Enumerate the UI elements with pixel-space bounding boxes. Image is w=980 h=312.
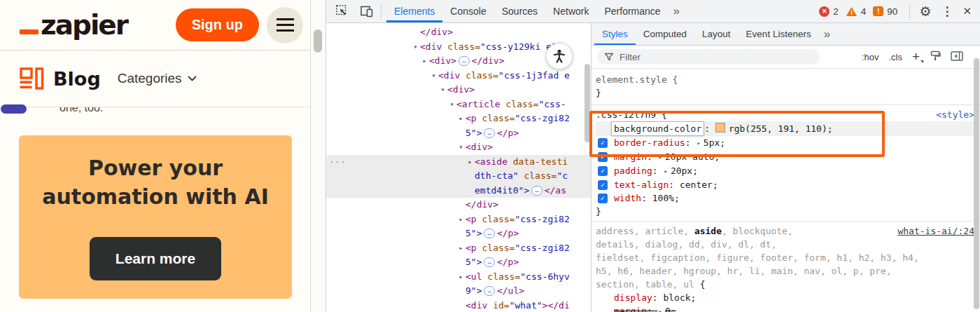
tab-elements[interactable]: Elements (386, 0, 442, 22)
inline-expand-ellipsis[interactable]: … (484, 257, 494, 267)
css-property-margin[interactable]: margin: ▸0; (596, 304, 974, 312)
tab-computed[interactable]: Computed (636, 23, 694, 45)
dom-tree-line[interactable]: 5">…</p> (326, 226, 591, 241)
categories-dropdown[interactable]: Categories (118, 71, 197, 86)
inline-expand-ellipsis[interactable]: … (531, 186, 542, 196)
shorthand-expand-icon[interactable]: ▸ (696, 140, 700, 147)
categories-label: Categories (118, 71, 182, 86)
more-tabs-icon[interactable]: » (668, 4, 685, 18)
toggle-class-button[interactable]: .cls (888, 52, 902, 62)
dom-tree-line[interactable]: 9">…</ul> (326, 284, 591, 299)
toggle-hover-button[interactable]: :hov (862, 52, 879, 62)
expand-arrow-open-icon[interactable]: ▾ (429, 69, 438, 83)
dom-tree-line[interactable]: 5">…</p> (326, 255, 591, 270)
error-badge-icon[interactable]: ✕ (819, 6, 830, 17)
device-toolbar-icon[interactable] (358, 2, 376, 20)
more-subtabs-icon[interactable]: » (819, 27, 835, 41)
property-name-edit-field[interactable]: background-color (611, 121, 704, 136)
property-enabled-checkbox[interactable]: ✓ (598, 194, 608, 203)
issues-badge-icon[interactable]: ! (873, 6, 883, 16)
expand-arrow-closed-icon[interactable]: ▸ (456, 111, 465, 126)
css-property-padding[interactable]: ✓padding: ▸20px; (596, 164, 974, 178)
tab-event-listeners[interactable]: Event Listeners (738, 23, 819, 45)
warning-badge-icon[interactable]: ! (846, 6, 858, 17)
tab-console[interactable]: Console (442, 0, 493, 22)
expand-arrow-closed-icon[interactable]: ▸ (456, 241, 465, 256)
dom-tree-line[interactable]: emtd4it0">…</as (326, 184, 591, 198)
banner-heading: Power your automation with AI (38, 154, 272, 211)
close-devtools-icon[interactable]: ✕ (962, 5, 972, 18)
property-enabled-checkbox[interactable]: ✓ (598, 166, 608, 176)
tab-layout[interactable]: Layout (694, 23, 738, 45)
dom-tree-line[interactable]: ▸<p class="css-zgi82 (326, 111, 591, 126)
dom-tree-line[interactable]: dth-cta" class="c (326, 169, 591, 184)
page-scrollbar-track[interactable] (311, 0, 326, 312)
settings-gear-icon[interactable]: ⚙ (919, 4, 931, 20)
sign-up-button[interactable]: Sign up (176, 8, 259, 41)
rule-selector: .css-12l7n9 { (596, 108, 974, 121)
tab-performance[interactable]: Performance (596, 0, 668, 22)
css-property-background-color[interactable]: background-color: rgb(255, 191, 110); (596, 121, 974, 136)
css-property-text-align[interactable]: ✓text-align: center; (596, 178, 974, 191)
error-count: 2 (833, 6, 839, 17)
devtools-tabs: Elements Console Sources Network Perform… (386, 0, 668, 22)
dom-tree-line[interactable]: ▸<ul class="css-6hyv (326, 270, 591, 285)
rule-source-link[interactable]: what-is-ai/:24 (897, 224, 974, 238)
dom-tree-line[interactable]: ···▸<aside data-testi (326, 155, 591, 170)
css-property-margin[interactable]: ✓margin: ▸20px auto; (596, 150, 974, 164)
clipped-paragraph: one, too. (0, 107, 310, 116)
dom-tree-line[interactable]: ▾<div class="css-1j3fad e (326, 69, 591, 83)
css-property-border-radius[interactable]: ✓border-radius: ▸5px; (596, 136, 974, 150)
expand-arrow-closed-icon[interactable]: ▸ (456, 212, 465, 227)
inline-expand-ellipsis[interactable]: … (484, 229, 494, 238)
zapier-blog-page: zapier Sign up Blog Categories (0, 0, 311, 312)
tab-styles[interactable]: Styles (594, 23, 636, 45)
expand-arrow-open-icon[interactable]: ▾ (411, 40, 420, 55)
inline-expand-ellipsis[interactable]: … (484, 128, 494, 138)
css-property-display[interactable]: display: block; (596, 291, 974, 304)
dom-tree-line[interactable]: </div> (326, 198, 591, 212)
dom-tree-line[interactable]: 5">…</p> (326, 126, 591, 141)
blog-title[interactable]: Blog (53, 68, 101, 90)
dom-tree-line[interactable]: <div id="what"></di (326, 299, 591, 312)
tab-sources[interactable]: Sources (494, 0, 545, 22)
hamburger-menu-button[interactable] (267, 7, 303, 43)
accessibility-widget-button[interactable] (546, 43, 573, 69)
dom-tree-line[interactable]: ▸<p class="css-zgi82 (326, 212, 591, 227)
css-property-width[interactable]: ✓width: 100%; (596, 191, 974, 205)
property-enabled-checkbox[interactable]: ✓ (598, 180, 608, 190)
tab-network[interactable]: Network (545, 0, 596, 22)
expand-arrow-closed-icon[interactable]: ▸ (420, 54, 429, 69)
inline-expand-ellipsis[interactable]: … (458, 56, 469, 66)
learn-more-button[interactable]: Learn more (90, 237, 221, 280)
dom-tree-line[interactable]: </div> (326, 25, 591, 40)
expand-arrow-open-icon[interactable]: ▾ (456, 140, 465, 155)
shorthand-expand-icon[interactable]: ▸ (659, 154, 662, 161)
expand-arrow-closed-icon[interactable]: ▸ (465, 155, 475, 170)
dom-tree-line[interactable]: ▾<div> (326, 140, 591, 155)
rule-source-link[interactable]: <style> (936, 108, 974, 121)
property-enabled-checkbox[interactable]: ✓ (598, 152, 608, 162)
page-scrollbar-thumb[interactable] (314, 29, 322, 53)
styles-scrollbar-thumb[interactable] (974, 58, 979, 309)
new-style-rule-button[interactable]: + (912, 49, 920, 65)
expand-arrow-closed-icon[interactable]: ▸ (456, 270, 465, 285)
dom-tree-line[interactable]: ▾<div> (326, 83, 591, 97)
dom-scrollbar-thumb[interactable] (584, 64, 590, 142)
dom-tree-line[interactable]: ▾<article class="css- (326, 97, 591, 112)
dom-tree-line[interactable]: ▸<p class="css-zgi82 (326, 241, 591, 256)
inspect-element-icon[interactable] (333, 2, 351, 20)
dock-sidebar-icon[interactable] (951, 51, 963, 63)
shorthand-expand-icon[interactable]: ▸ (664, 168, 667, 175)
shorthand-expand-icon[interactable]: ▸ (659, 308, 662, 312)
rendering-emulation-icon[interactable] (930, 50, 941, 63)
expand-arrow-open-icon[interactable]: ▾ (438, 83, 447, 97)
inline-expand-ellipsis[interactable]: … (484, 286, 494, 296)
warning-count: 4 (861, 6, 867, 17)
color-swatch[interactable] (715, 123, 725, 133)
more-options-icon[interactable]: ⋮ (941, 4, 953, 19)
expand-arrow-open-icon[interactable]: ▾ (447, 97, 456, 112)
filter-input[interactable]: Filter (597, 49, 820, 65)
zapier-logo[interactable]: zapier (20, 9, 127, 41)
property-enabled-checkbox[interactable]: ✓ (598, 138, 608, 148)
